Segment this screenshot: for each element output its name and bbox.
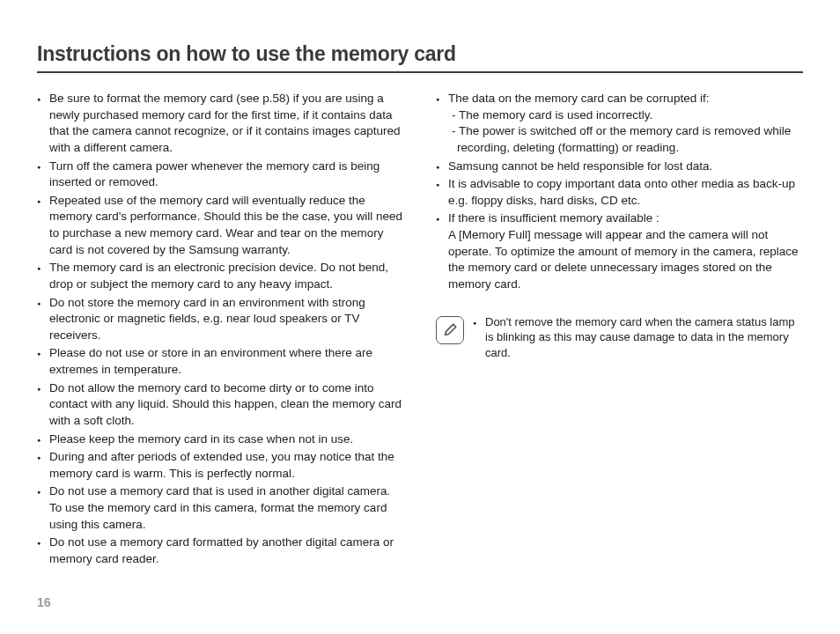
list-item: During and after periods of extended use… — [37, 449, 404, 482]
list-item-text: Be sure to format the memory card (see p… — [49, 92, 400, 154]
list-item-text: Do not store the memory card in an envir… — [49, 296, 365, 342]
list-item: Do not use a memory card formatted by an… — [37, 534, 404, 567]
list-item: The data on the memory card can be corru… — [436, 91, 803, 157]
list-item-text: Please keep the memory card in its case … — [49, 432, 353, 446]
list-item: Repeated use of the memory card will eve… — [37, 193, 404, 259]
list-item-text: Do not allow the memory card to become d… — [49, 381, 402, 427]
list-item-text: If there is insufficient memory availabl… — [448, 211, 659, 225]
list-item-text: Samsung cannot be held responsible for l… — [448, 159, 712, 173]
list-item: Do not allow the memory card to become d… — [37, 380, 404, 430]
column-left: Be sure to format the memory card (see p… — [37, 91, 404, 570]
list-item-text: The memory card is an electronic precisi… — [49, 261, 388, 291]
note-icon — [436, 316, 464, 344]
list-item: Please keep the memory card in its case … — [37, 431, 404, 448]
list-item-continuation: A [Memory Full] message will appear and … — [448, 227, 803, 293]
list-item: Please do not use or store in an environ… — [37, 345, 404, 378]
list-item: Don't remove the memory card when the ca… — [473, 314, 803, 362]
list-item-text: Turn off the camera power whenever the m… — [49, 159, 379, 189]
list-item-text: Repeated use of the memory card will eve… — [49, 194, 402, 256]
list-item: Do not use a memory card that is used in… — [37, 483, 404, 533]
list-item-text: Do not use a memory card formatted by an… — [49, 535, 394, 565]
list-item: Samsung cannot be held responsible for l… — [436, 158, 803, 175]
bullet-list-left: Be sure to format the memory card (see p… — [37, 91, 404, 568]
list-sub-item: - The memory card is used incorrectly. — [448, 107, 803, 124]
bullet-list-right: The data on the memory card can be corru… — [436, 91, 803, 293]
list-item-text: Do not use a memory card that is used in… — [49, 484, 390, 530]
list-item-text: Don't remove the memory card when the ca… — [485, 315, 794, 360]
list-item: If there is insufficient memory availabl… — [436, 210, 803, 292]
list-item: Turn off the camera power whenever the m… — [37, 158, 404, 191]
list-sub-item: - The power is switched off or the memor… — [448, 123, 803, 156]
document-page: Instructions on how to use the memory ca… — [0, 0, 840, 570]
list-item-text: It is advisable to copy important data o… — [448, 177, 795, 207]
list-item: It is advisable to copy important data o… — [436, 176, 803, 209]
content-columns: Be sure to format the memory card (see p… — [37, 91, 803, 570]
column-right: The data on the memory card can be corru… — [436, 91, 803, 570]
list-item-text: During and after periods of extended use… — [49, 450, 394, 480]
list-item: Be sure to format the memory card (see p… — [37, 91, 404, 157]
list-item: The memory card is an electronic precisi… — [37, 260, 404, 292]
page-number: 16 — [37, 595, 51, 609]
note-bullet-list: Don't remove the memory card when the ca… — [473, 314, 803, 362]
list-item-text: Please do not use or store in an environ… — [49, 346, 372, 376]
note-box: Don't remove the memory card when the ca… — [436, 314, 803, 362]
page-title: Instructions on how to use the memory ca… — [37, 42, 803, 73]
list-item: Do not store the memory card in an envir… — [37, 295, 404, 344]
list-item-text: The data on the memory card can be corru… — [448, 92, 709, 105]
